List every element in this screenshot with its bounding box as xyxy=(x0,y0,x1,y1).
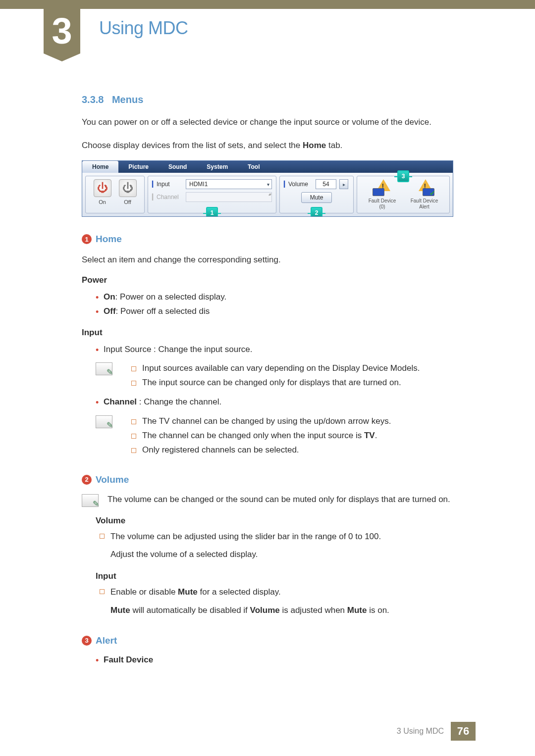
off-bold: Off xyxy=(104,306,116,316)
text: The volume can be adjusted using the sli… xyxy=(110,532,381,541)
fault-device-line: Fault Device xyxy=(96,653,453,667)
power-on-icon: ⏻ xyxy=(94,179,111,197)
volume-line: The volume can be adjusted using the sli… xyxy=(96,529,453,563)
tab-home[interactable]: Home xyxy=(82,161,118,173)
volume-intro-text: The volume can be changed or the sound c… xyxy=(107,493,450,507)
callout-1: 1 xyxy=(206,207,218,217)
input-note-2: The TV channel can be changed by using t… xyxy=(96,414,453,457)
heading-volume: 2 Volume xyxy=(82,474,453,485)
input-panel: 1 ▎Input HDMI1 ▎Channel xyxy=(148,176,276,213)
text: Input xyxy=(157,181,170,188)
note-item: Input sources available can vary dependi… xyxy=(127,361,420,376)
power-on-button[interactable]: ⏻ On xyxy=(93,179,112,210)
note-icon xyxy=(82,494,99,507)
volume-input-heading: Input xyxy=(96,571,453,581)
section-heading: 3.3.8 Menus xyxy=(82,94,453,105)
tv-bold: TV xyxy=(364,431,375,440)
text: Enable or disable xyxy=(110,587,178,597)
power-off-line: Off: Power off a selected dis xyxy=(96,304,453,319)
input-select[interactable]: HDMI1 xyxy=(186,179,272,189)
tab-picture[interactable]: Picture xyxy=(118,161,159,173)
power-off-icon: ⏻ xyxy=(119,179,137,197)
channel-list: Channel : Change the channel. xyxy=(82,395,453,409)
mdc-ui-screenshot: Home Picture Sound System Tool ⏻ On ⏻ Of… xyxy=(82,160,453,217)
input-heading: Input xyxy=(82,328,453,338)
heading-home-text: Home xyxy=(96,234,122,245)
mute-bold: Mute xyxy=(347,605,367,615)
note-icon xyxy=(96,362,112,375)
input-list: Input Source : Change the input source. xyxy=(82,343,453,357)
mute-line: Enable or disable Mute for a selected di… xyxy=(96,584,453,618)
on-bold: On xyxy=(104,292,115,302)
fault-bold: Fault Device xyxy=(104,655,153,664)
note-item: The channel can be changed only when the… xyxy=(127,429,391,443)
home-bold: Home xyxy=(303,141,326,150)
text: is on. xyxy=(367,605,389,615)
text: is adjusted when xyxy=(280,605,347,615)
callout-2: 2 xyxy=(311,207,322,217)
power-off-button[interactable]: ⏻ Off xyxy=(118,179,138,210)
text: : Power on a selected display. xyxy=(115,292,227,302)
text: Channel xyxy=(157,194,179,201)
badge-3: 3 xyxy=(82,636,92,646)
power-heading: Power xyxy=(82,275,453,285)
fault-device-label: Fault Device (0) xyxy=(363,198,402,210)
tab-tool[interactable]: Tool xyxy=(238,161,269,173)
volume-intro-note: The volume can be changed or the sound c… xyxy=(82,493,453,507)
alert-panel: 3 Fault Device (0) ✔ Fault Device Alert xyxy=(357,176,450,213)
mute-bold: Mute xyxy=(178,587,198,597)
mute-bold: Mute xyxy=(110,605,130,615)
volume-value: 54 xyxy=(316,179,336,189)
note-item: The input source can be changed only for… xyxy=(127,376,420,390)
fault-device-count[interactable]: Fault Device (0) xyxy=(363,179,402,210)
power-on-label: On xyxy=(93,199,112,205)
heading-volume-text: Volume xyxy=(96,474,129,485)
heading-alert-text: Alert xyxy=(96,635,117,646)
power-panel: ⏻ On ⏻ Off xyxy=(85,176,145,213)
power-off-label: Off xyxy=(118,199,138,205)
callout-3: 3 xyxy=(397,170,409,182)
input-note-2-list: The TV channel can be changed by using t… xyxy=(121,414,391,457)
home-intro: Select an item and change the correspond… xyxy=(82,253,453,266)
volume-sub-heading: Volume xyxy=(96,516,453,526)
footer-text: 3 Using MDC xyxy=(397,727,444,736)
volume-label: ▎Volume xyxy=(284,181,313,188)
text: The channel can be changed only when the… xyxy=(142,431,364,440)
page-content: 3.3.8 Menus You can power on or off a se… xyxy=(82,94,453,667)
note-icon xyxy=(96,415,112,428)
text: Choose display devices from the list of … xyxy=(82,141,303,150)
channel-label: ▎Channel xyxy=(152,194,183,201)
tab-system[interactable]: System xyxy=(197,161,238,173)
volume-detail-list: The volume can be adjusted using the sli… xyxy=(90,529,453,563)
volume-slider-handle[interactable]: ▸ xyxy=(339,179,348,189)
mute-button[interactable]: Mute xyxy=(301,192,332,203)
power-on-line: On: Power on a selected display. xyxy=(96,290,453,304)
volume-panel: 2 ▎Volume 54 ▸ Mute xyxy=(279,176,354,213)
text: will automatically be disabled if xyxy=(130,605,250,615)
text: tab. xyxy=(326,141,342,150)
fault-device-alert[interactable]: ✔ Fault Device Alert xyxy=(405,179,444,210)
heading-alert: 3 Alert xyxy=(82,635,453,646)
text: : Change the channel. xyxy=(137,397,221,406)
chapter-number-badge: 3 xyxy=(44,9,80,53)
page-footer: 3 Using MDC 76 xyxy=(0,721,535,741)
channel-line: Channel : Change the channel. xyxy=(96,395,453,409)
intro-paragraph-1: You can power on or off a selected devic… xyxy=(82,116,453,129)
fault-warning-icon xyxy=(373,179,392,196)
badge-2: 2 xyxy=(82,475,92,485)
volume-input-list: Enable or disable Mute for a selected di… xyxy=(90,584,453,618)
channel-bold: Channel xyxy=(104,397,137,406)
chapter-title: Using MDC xyxy=(99,18,188,39)
fault-alert-label: Fault Device Alert xyxy=(405,198,444,210)
text: for a selected display. xyxy=(198,587,281,597)
top-accent-bar xyxy=(0,0,535,9)
text: Adjust the volume of a selected display. xyxy=(110,547,258,562)
section-number: 3.3.8 xyxy=(82,94,104,105)
note-item: Only registered channels can be selected… xyxy=(127,443,391,457)
input-label: ▎Input xyxy=(152,181,183,188)
section-title: Menus xyxy=(112,94,143,105)
channel-spinner[interactable] xyxy=(186,192,272,202)
fault-alert-icon: ✔ xyxy=(415,179,434,196)
heading-home: 1 Home xyxy=(82,234,453,245)
tab-sound[interactable]: Sound xyxy=(159,161,197,173)
